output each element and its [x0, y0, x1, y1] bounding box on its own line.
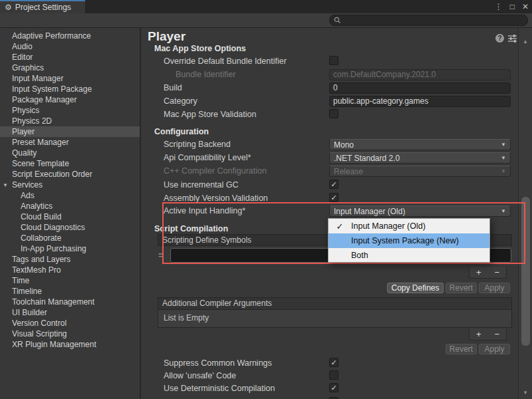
sidebar-item-label: In-App Purchasing: [21, 244, 86, 253]
sidebar-item-xr-plugin-management[interactable]: XR Plugin Management: [0, 339, 140, 350]
popup-item-both[interactable]: Both: [329, 248, 489, 263]
sidebar-item-label: Cloud Build: [21, 212, 61, 221]
foldout-arrow-icon[interactable]: ▼: [3, 180, 8, 191]
scripting-backend-value: Mono: [334, 140, 354, 150]
check-icon: ✓: [329, 221, 351, 231]
active-input-dropdown-popup: ✓Input Manager (Old)Input System Package…: [328, 218, 490, 263]
sidebar-item-label: Adaptive Performance: [12, 31, 91, 41]
page-title: Player: [148, 29, 186, 44]
help-icon[interactable]: ?: [495, 34, 504, 43]
cpp-config-dropdown: Release ▼: [329, 166, 511, 177]
section-configuration: Configuration: [154, 127, 209, 136]
close-icon[interactable]: ✕: [522, 3, 529, 11]
scripting-backend-dropdown[interactable]: Mono ▼: [329, 139, 511, 150]
checkbox-allow-unsafe[interactable]: [329, 370, 338, 380]
sidebar-item-label: UI Builder: [12, 308, 47, 317]
vertical-scrollbar[interactable]: ▲ ▼: [518, 28, 532, 399]
apply-button: Apply: [479, 283, 510, 293]
sidebar-item-label: Audio: [12, 42, 33, 51]
bundle-identifier-label: Bundle Identifier: [176, 70, 235, 79]
presets-icon[interactable]: [508, 35, 517, 43]
sidebar-item-timeline[interactable]: Timeline: [0, 286, 140, 297]
revert-button: Revert: [446, 344, 477, 354]
add-button[interactable]: +: [476, 330, 481, 338]
sidebar-item-editor[interactable]: Editor: [0, 52, 140, 63]
sidebar-item-collaborate[interactable]: Collaborate: [0, 233, 140, 243]
popup-item-input-system-package-new-[interactable]: Input System Package (New): [329, 233, 489, 248]
sidebar-item-adaptive-performance[interactable]: Adaptive Performance: [0, 31, 140, 41]
sidebar-item-visual-scripting[interactable]: Visual Scripting: [0, 329, 140, 339]
sidebar-item-services[interactable]: ▼Services: [0, 180, 140, 190]
sidebar-item-physics-2d[interactable]: Physics 2D: [0, 116, 140, 126]
sidebar-item-time[interactable]: Time: [0, 275, 140, 286]
sidebar-item-label: Physics 2D: [12, 116, 52, 126]
sidebar-item-cloud-build[interactable]: Cloud Build: [0, 211, 140, 222]
compiler-arguments-empty: List is Empty: [158, 310, 511, 323]
popup-item-input-manager-old-[interactable]: ✓Input Manager (Old): [329, 219, 489, 233]
drag-handle-icon[interactable]: =: [158, 250, 164, 260]
sidebar-item-label: Quality: [12, 148, 37, 158]
maximize-icon[interactable]: □: [510, 3, 515, 11]
bundle-identifier-field: com.DefaultCompany.2021.0: [329, 69, 511, 80]
sidebar-item-label: Tags and Layers: [12, 255, 70, 264]
sidebar-item-in-app-purchasing[interactable]: In-App Purchasing: [0, 243, 140, 254]
sidebar-item-quality[interactable]: Quality: [0, 148, 140, 158]
sidebar-item-ui-builder[interactable]: UI Builder: [0, 307, 140, 318]
sidebar-item-label: Visual Scripting: [12, 329, 67, 338]
remove-button[interactable]: −: [494, 268, 499, 277]
sidebar-item-script-execution-order[interactable]: Script Execution Order: [0, 169, 140, 180]
incremental-gc-label: Use incremental GC: [164, 180, 239, 190]
sidebar-item-tags-and-layers[interactable]: Tags and Layers: [0, 254, 140, 265]
sidebar-item-audio[interactable]: Audio: [0, 41, 140, 52]
sidebar-item-label: Package Manager: [12, 95, 76, 104]
chevron-down-icon: ▼: [501, 142, 506, 148]
checkbox-override-bundle[interactable]: [329, 56, 338, 65]
api-level-label: Api Compatibility Level*: [164, 153, 251, 162]
category-field[interactable]: public.app-category.games: [329, 96, 511, 107]
copy-defines-button[interactable]: Copy Defines: [387, 283, 444, 293]
sidebar-item-analytics[interactable]: Analytics: [0, 201, 140, 211]
apply-button: Apply: [479, 344, 510, 354]
sidebar-item-textmesh-pro[interactable]: TextMesh Pro: [0, 265, 140, 275]
sidebar-item-scene-template[interactable]: Scene Template: [0, 158, 140, 169]
add-button[interactable]: +: [476, 268, 481, 277]
deterministic-label: Use Deterministic Compilation: [164, 384, 275, 393]
additional-compiler-arguments-box: Additional Compiler Arguments List is Em…: [158, 297, 512, 328]
sidebar-item-package-manager[interactable]: Package Manager: [0, 94, 140, 105]
sidebar-item-player[interactable]: Player: [0, 126, 140, 137]
override-bundle-label: Override Default Bundle Identifier: [164, 57, 287, 66]
active-input-label: Active Input Handling*: [164, 206, 245, 215]
scroll-down-icon[interactable]: ▼: [519, 390, 532, 396]
checkbox-deterministic[interactable]: ✓: [329, 383, 338, 392]
chevron-down-icon: ▼: [501, 208, 506, 214]
mac-validation-label: Mac App Store Validation: [164, 110, 256, 119]
sidebar-item-toolchain-management[interactable]: Toolchain Management: [0, 297, 140, 307]
scroll-up-icon[interactable]: ▲: [519, 39, 532, 45]
compiler-arguments-header: Additional Compiler Arguments: [158, 298, 511, 310]
cpp-config-label: C++ Compiler Configuration: [164, 166, 267, 176]
sidebar-item-graphics[interactable]: Graphics: [0, 63, 140, 73]
sidebar-item-version-control[interactable]: Version Control: [0, 318, 140, 329]
sidebar-item-label: Time: [12, 276, 29, 285]
window-menu-icon[interactable]: ⋮: [495, 3, 503, 11]
scrollbar-thumb[interactable]: [521, 197, 530, 346]
settings-toolbar: [0, 13, 532, 28]
checkbox-suppress-warnings[interactable]: ✓: [329, 358, 338, 367]
sidebar-item-cloud-diagnostics[interactable]: Cloud Diagnostics: [0, 222, 140, 233]
sidebar-item-ads[interactable]: Ads: [0, 190, 140, 201]
remove-button[interactable]: −: [494, 330, 499, 338]
sidebar-item-physics[interactable]: Physics: [0, 105, 140, 116]
checkbox-incremental-gc[interactable]: ✓: [329, 180, 338, 189]
tab-project-settings[interactable]: ⚙ Project Settings: [0, 0, 85, 13]
api-level-dropdown[interactable]: .NET Standard 2.0 ▼: [329, 152, 511, 164]
checkbox-mac-validation[interactable]: [329, 109, 338, 118]
active-input-dropdown[interactable]: Input Manager (Old) ▼: [329, 205, 511, 217]
sidebar-item-preset-manager[interactable]: Preset Manager: [0, 137, 140, 148]
build-field[interactable]: 0: [329, 82, 511, 94]
section-script-compilation: Script Compilation: [154, 224, 228, 233]
sidebar-item-input-system-package[interactable]: Input System Package: [0, 84, 140, 94]
checkbox-assembly-validation[interactable]: ✓: [329, 193, 338, 202]
search-input[interactable]: [329, 15, 528, 26]
api-level-value: .NET Standard 2.0: [334, 154, 400, 163]
sidebar-item-input-manager[interactable]: Input Manager: [0, 73, 140, 84]
